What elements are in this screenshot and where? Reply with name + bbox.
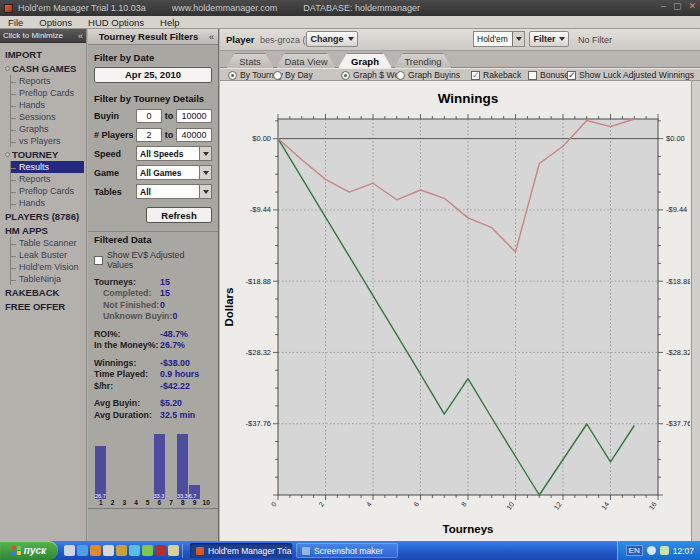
taskbar-task-holdem-manager[interactable]: Hold'em Manager Tria... <box>190 543 292 558</box>
firefox-icon[interactable] <box>90 545 101 556</box>
sidebar-item-tableninja[interactable]: TableNinja <box>11 273 86 285</box>
sidebar-section-free-offer[interactable]: FREE OFFER <box>5 299 86 313</box>
radio-graph-buyins[interactable]: Graph Buyins <box>396 70 460 80</box>
sidebar-section-hm-apps[interactable]: HM APPS <box>5 223 86 237</box>
expand-icon[interactable] <box>5 152 10 157</box>
language-indicator[interactable]: EN <box>626 545 643 556</box>
menu-options[interactable]: Options <box>31 17 80 28</box>
sidebar-section-cash-games[interactable]: CASH GAMES <box>5 61 86 75</box>
ev-checkbox-row[interactable]: Show EV$ Adjusted Values <box>94 250 212 270</box>
start-button[interactable]: пуск <box>0 541 58 560</box>
menu-hud-options[interactable]: HUD Options <box>80 17 152 28</box>
sidebar-section-rakeback[interactable]: RAKEBACK <box>5 285 86 299</box>
checkbox-icon[interactable] <box>567 71 576 80</box>
menu-help[interactable]: Help <box>152 17 188 28</box>
expand-icon[interactable] <box>5 66 10 71</box>
players-to-input[interactable]: 40000 <box>176 128 212 142</box>
sidebar-item-preflop-cards[interactable]: Preflop Cards <box>11 87 86 99</box>
tab-stats[interactable]: Stats <box>226 53 274 68</box>
chevron-down-icon[interactable] <box>199 147 211 160</box>
close-button[interactable]: ✕ <box>688 1 696 11</box>
svg-text:-$28.32: -$28.32 <box>246 348 271 357</box>
ev-checkbox[interactable] <box>94 256 103 265</box>
buyin-from-input[interactable]: 0 <box>136 109 162 123</box>
game-select[interactable]: All Games <box>136 165 212 180</box>
mini-bar-slot <box>165 431 177 499</box>
filter-button[interactable]: Filter <box>529 31 569 47</box>
sidebar-item-reports[interactable]: Reports <box>11 75 86 87</box>
volume-icon[interactable] <box>647 546 656 555</box>
game-label: Game <box>94 168 136 178</box>
folder-icon[interactable] <box>168 545 179 556</box>
sidebar-section-tourney[interactable]: TOURNEY <box>5 147 86 161</box>
sidebar-item-table-scanner[interactable]: Table Scanner <box>11 237 86 249</box>
radio-graph-won[interactable]: Graph $ Won <box>341 70 404 80</box>
sidebar-item-reports[interactable]: Reports <box>11 173 86 185</box>
collapse-panel-icon[interactable]: « <box>209 32 218 42</box>
radio-icon[interactable] <box>341 71 350 80</box>
sidebar-item-vs-players[interactable]: vs Players <box>11 135 86 147</box>
stat-label: Not Finished: <box>94 300 160 310</box>
sidebar-section-players-8786-[interactable]: PLAYERS (8786) <box>5 209 86 223</box>
checkbox-show-luck-adjusted-winnings[interactable]: Show Luck Adjusted Winnings <box>567 70 694 80</box>
sidebar-item-hold-em-vision[interactable]: Hold'em Vision <box>11 261 86 273</box>
checkbox-icon[interactable] <box>471 71 480 80</box>
minimize-button[interactable]: – <box>661 1 666 11</box>
icq-icon[interactable] <box>142 545 153 556</box>
sidebar-item-preflop-cards[interactable]: Preflop Cards <box>11 185 86 197</box>
sidebar-item-results[interactable]: Results <box>11 161 84 173</box>
chevron-down-icon[interactable] <box>512 32 524 46</box>
checkbox-icon[interactable] <box>528 71 537 80</box>
tables-select[interactable]: All <box>136 184 212 199</box>
mini-x-label: 8 <box>177 499 189 506</box>
tab-data-view[interactable]: Data View <box>276 53 336 68</box>
menu-file[interactable]: File <box>0 17 31 28</box>
players-from-input[interactable]: 2 <box>136 128 162 142</box>
stat-value: 26.7% <box>160 340 212 350</box>
svg-text:-$9.44: -$9.44 <box>666 205 687 214</box>
sidebar-item-leak-buster[interactable]: Leak Buster <box>11 249 86 261</box>
sidebar-section-import[interactable]: IMPORT <box>5 47 86 61</box>
stat-value: $5.20 <box>160 398 212 408</box>
tab-row: StatsData ViewGraphTrending <box>220 51 700 68</box>
speed-row: Speed All Speeds <box>94 146 212 161</box>
skype-icon[interactable] <box>129 545 140 556</box>
ie-icon[interactable] <box>77 545 88 556</box>
opera-icon[interactable] <box>155 545 166 556</box>
change-player-button[interactable]: Change <box>306 31 358 47</box>
mail-icon[interactable] <box>116 545 127 556</box>
radio-icon[interactable] <box>273 71 282 80</box>
chevron-down-icon <box>348 37 354 41</box>
menu-bar: File Options HUD Options Help <box>0 16 700 29</box>
radio-by-day[interactable]: By Day <box>273 70 313 80</box>
sidebar-item-hands[interactable]: Hands <box>11 197 86 209</box>
stat-value: 0 <box>172 311 212 321</box>
radio-icon[interactable] <box>228 71 237 80</box>
scrollbar-track[interactable] <box>691 81 700 541</box>
maximize-button[interactable]: ▢ <box>673 1 682 11</box>
speed-select[interactable]: All Speeds <box>136 146 212 161</box>
window-controls: – ▢ ✕ <box>661 1 696 11</box>
checkbox-rakeback[interactable]: Rakeback <box>471 70 521 80</box>
sidebar-item-graphs[interactable]: Graphs <box>11 123 86 135</box>
tab-trending[interactable]: Trending <box>394 53 452 68</box>
show-desktop-icon[interactable] <box>64 545 75 556</box>
sidebar-item-sessions[interactable]: Sessions <box>11 111 86 123</box>
taskbar-task-screenshot-maker[interactable]: Screenshot maker <box>296 543 398 558</box>
sidebar-item-hands[interactable]: Hands <box>11 99 86 111</box>
tab-graph[interactable]: Graph <box>338 53 392 68</box>
chrome-icon[interactable] <box>103 545 114 556</box>
sidebar-minimize-bar[interactable]: Click to Minimize « <box>0 29 86 43</box>
chevron-down-icon[interactable] <box>199 185 211 198</box>
game-type-select[interactable]: Hold'em <box>473 31 525 47</box>
tray-app-icon[interactable] <box>660 546 669 555</box>
radio-icon[interactable] <box>396 71 405 80</box>
svg-text:$0.00: $0.00 <box>666 134 685 143</box>
taskbar: пуск Hold'em Manager Tria... Screenshot … <box>0 541 700 560</box>
date-button[interactable]: Apr 25, 2010 <box>94 67 212 83</box>
buyin-to-input[interactable]: 10000 <box>176 109 212 123</box>
buyin-row: Buyin 0 to 10000 <box>94 108 212 123</box>
game-value: All Games <box>137 168 199 178</box>
refresh-button[interactable]: Refresh <box>146 207 212 223</box>
chevron-down-icon[interactable] <box>199 166 211 179</box>
